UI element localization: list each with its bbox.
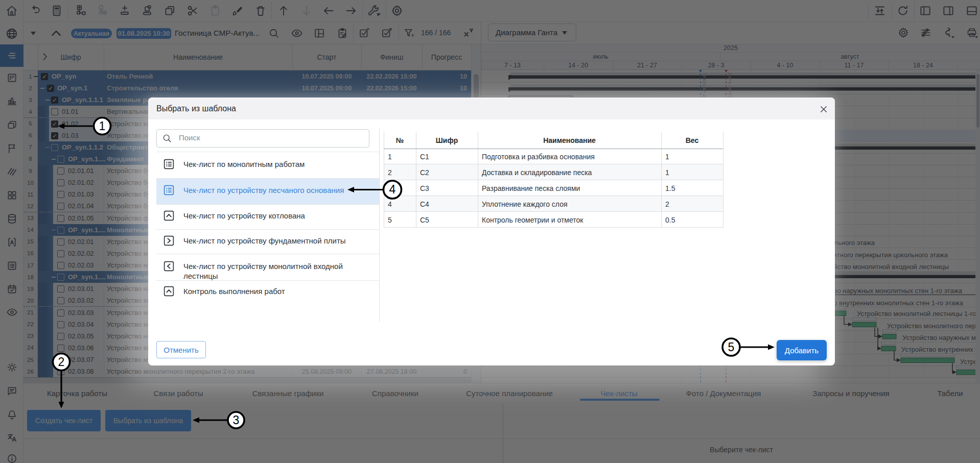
svg-text:1: 1 — [99, 119, 106, 133]
svg-text:3: 3 — [233, 413, 240, 427]
svg-text:5: 5 — [728, 340, 735, 354]
svg-text:4: 4 — [389, 183, 396, 196]
svg-text:2: 2 — [58, 355, 65, 369]
